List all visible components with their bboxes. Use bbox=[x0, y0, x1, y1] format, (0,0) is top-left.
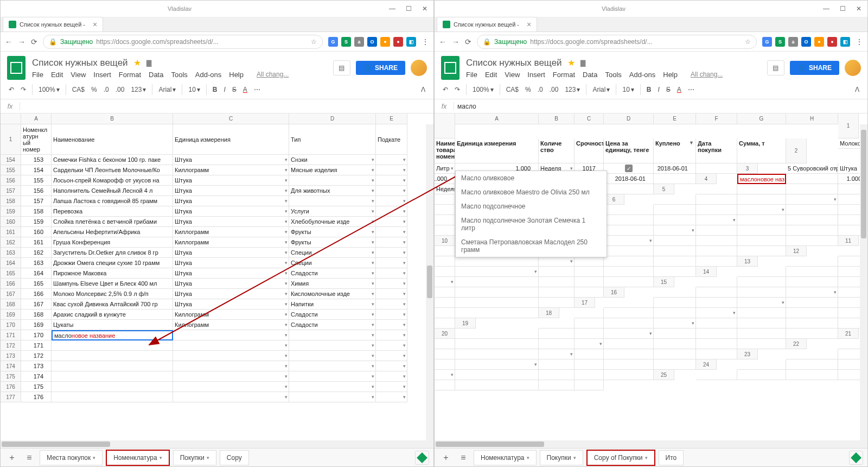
cell[interactable]: Киллограмм▾ bbox=[173, 310, 289, 320]
cell[interactable] bbox=[786, 236, 838, 246]
row-header[interactable]: 24 bbox=[696, 359, 717, 370]
cell[interactable]: ▾ bbox=[654, 318, 696, 329]
cell[interactable]: ▾ bbox=[786, 287, 838, 298]
cell[interactable] bbox=[696, 194, 737, 205]
cell[interactable]: ▾ bbox=[696, 308, 737, 318]
cell[interactable] bbox=[654, 174, 696, 184]
strike-icon[interactable]: S bbox=[229, 84, 239, 95]
cell[interactable] bbox=[654, 236, 696, 246]
cell[interactable] bbox=[455, 308, 539, 318]
col-header[interactable]: H bbox=[786, 113, 838, 124]
star-icon[interactable]: ☆ bbox=[745, 38, 751, 46]
ext-icon[interactable]: O bbox=[801, 37, 811, 47]
minimize-icon[interactable]: — bbox=[388, 4, 397, 13]
cell[interactable] bbox=[455, 329, 539, 339]
cell[interactable] bbox=[737, 359, 786, 370]
cell[interactable]: Киллограмм▾ bbox=[173, 165, 289, 175]
cell[interactable]: ▾ bbox=[786, 194, 838, 205]
cell[interactable]: Штука▾ bbox=[173, 196, 289, 206]
star-icon[interactable]: ☆ bbox=[311, 38, 317, 46]
cell[interactable]: Перевозка bbox=[52, 206, 173, 217]
cell[interactable]: ▾ bbox=[604, 236, 654, 246]
font-select[interactable]: Arial ▾ bbox=[590, 84, 612, 95]
cell[interactable]: 170 bbox=[21, 330, 52, 340]
cell[interactable]: ▾ bbox=[173, 371, 289, 382]
cell[interactable]: 176 bbox=[21, 392, 52, 402]
col-header[interactable]: D bbox=[604, 113, 654, 124]
menu-view[interactable]: View bbox=[71, 71, 86, 79]
cell[interactable] bbox=[455, 370, 539, 380]
cell[interactable]: Штука▾ bbox=[173, 155, 289, 165]
row-header[interactable]: 175 bbox=[1, 371, 21, 382]
cell[interactable] bbox=[575, 267, 604, 277]
cell[interactable] bbox=[604, 215, 654, 225]
cell[interactable]: Литр▾ bbox=[435, 163, 455, 174]
cell[interactable] bbox=[604, 277, 654, 287]
cell[interactable] bbox=[604, 205, 654, 215]
cell[interactable]: ▾ bbox=[376, 330, 407, 340]
cell[interactable] bbox=[737, 287, 786, 298]
cell[interactable] bbox=[455, 380, 539, 390]
maximize-icon[interactable]: ☐ bbox=[838, 4, 847, 13]
cell[interactable]: ▾ bbox=[376, 289, 407, 299]
scrollbar-horizontal[interactable] bbox=[1, 440, 433, 448]
star-icon[interactable]: ★ bbox=[133, 58, 141, 68]
minimize-icon[interactable]: — bbox=[822, 4, 831, 13]
cell[interactable]: 162 bbox=[21, 248, 52, 258]
cell[interactable]: Апельсины Нефертити/Африка bbox=[52, 227, 173, 237]
redo-icon[interactable]: ↷ bbox=[18, 84, 29, 95]
ext-icon[interactable]: G bbox=[762, 37, 772, 47]
cell[interactable]: ▾ bbox=[173, 340, 289, 351]
cell[interactable]: 157 bbox=[21, 196, 52, 206]
cell[interactable]: 154 bbox=[21, 165, 52, 175]
cell[interactable] bbox=[539, 318, 575, 329]
cell[interactable]: Неделя▾ bbox=[435, 184, 455, 194]
percent-format[interactable]: % bbox=[522, 84, 534, 95]
currency-format[interactable]: CA$ bbox=[503, 84, 521, 95]
back-icon[interactable]: ← bbox=[5, 37, 12, 46]
menu-help[interactable]: Help bbox=[229, 71, 244, 79]
cell[interactable] bbox=[737, 246, 786, 256]
row-header[interactable]: 171 bbox=[1, 330, 21, 340]
forward-icon[interactable]: → bbox=[18, 37, 25, 46]
cell[interactable]: Штука▾ bbox=[173, 258, 289, 268]
ext-icon[interactable]: O bbox=[367, 37, 377, 47]
cell[interactable]: 172 bbox=[21, 351, 52, 361]
cell[interactable]: Штука▾ bbox=[173, 206, 289, 217]
cell[interactable]: 1.000 bbox=[435, 174, 455, 184]
row-header[interactable]: 5 bbox=[654, 184, 674, 194]
cell[interactable] bbox=[737, 194, 786, 205]
cell[interactable]: Дрожжи Омега специи сухие 10 грамм bbox=[52, 258, 173, 268]
row-header[interactable]: 156 bbox=[1, 175, 21, 186]
cell[interactable] bbox=[654, 298, 696, 308]
cell[interactable]: Шампунь Elseve Цвет и Блеск 400 мл bbox=[52, 279, 173, 289]
comments-button[interactable]: ▤ bbox=[333, 60, 350, 75]
cell[interactable] bbox=[654, 215, 696, 225]
cell[interactable] bbox=[696, 329, 737, 339]
font-size[interactable]: 10 ▾ bbox=[186, 84, 202, 95]
cell[interactable] bbox=[575, 287, 604, 298]
cell[interactable]: Кисломолочные изде▾ bbox=[289, 289, 376, 299]
cell[interactable] bbox=[435, 380, 455, 390]
reload-icon[interactable]: ⟳ bbox=[31, 37, 37, 46]
ext-icon[interactable]: a bbox=[788, 37, 798, 47]
cell[interactable] bbox=[604, 225, 654, 236]
menu-file[interactable]: File bbox=[466, 71, 477, 79]
cell[interactable] bbox=[52, 361, 173, 371]
row-header[interactable]: 16 bbox=[604, 287, 624, 298]
cell[interactable]: Сладости▾ bbox=[289, 310, 376, 320]
cell[interactable] bbox=[435, 205, 455, 215]
cell[interactable] bbox=[575, 256, 604, 267]
cell[interactable]: 168 bbox=[21, 310, 52, 320]
row-header[interactable]: 163 bbox=[1, 248, 21, 258]
avatar[interactable] bbox=[845, 60, 861, 76]
reload-icon[interactable]: ⟳ bbox=[465, 37, 471, 46]
cell[interactable]: Лапша Ластока с говядиной 85 грамм bbox=[52, 196, 173, 206]
row-header[interactable]: 164 bbox=[1, 258, 21, 268]
cell[interactable] bbox=[786, 277, 838, 287]
sheet-tab[interactable]: Номенклатура▾ bbox=[474, 450, 537, 465]
cell[interactable] bbox=[539, 298, 575, 308]
cell[interactable]: ▾ bbox=[376, 299, 407, 310]
cell[interactable] bbox=[575, 380, 604, 390]
sheets-logo-icon[interactable] bbox=[441, 56, 459, 80]
